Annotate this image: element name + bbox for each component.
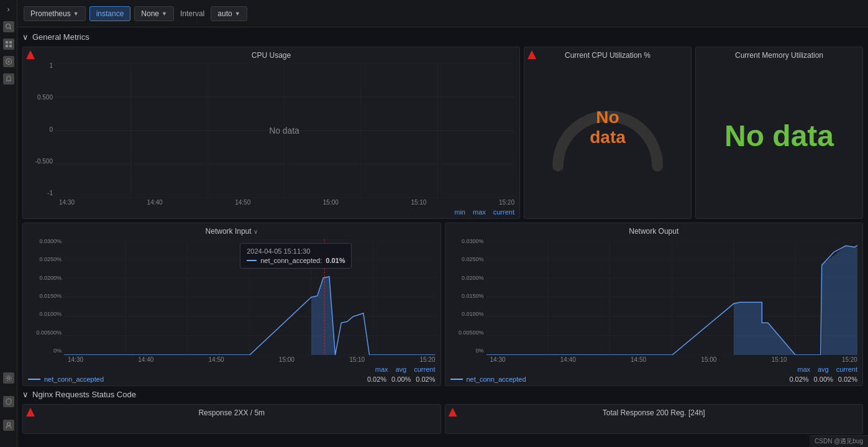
svg-marker-50 [821,246,857,355]
nginx-chevron: ∨ [22,390,29,399]
instance-button[interactable]: instance [89,6,131,21]
svg-rect-4 [6,45,8,47]
net-output-y-axis: 0.0300% 0.0250% 0.0200% 0.0150% 0.0100% … [445,237,484,355]
none-selector[interactable]: None ▼ [134,6,174,21]
general-metrics-row: CPU Usage 1 0.500 0 -0.500 -1 [22,47,863,219]
network-input-title: Network Input ∨ [23,223,441,237]
total-200-panel: Total Response 200 Reg. [24h] [445,404,864,434]
section-chevron: ∨ [22,32,29,42]
net-input-y-axis: 0.0300% 0.0250% 0.0200% 0.0150% 0.0100% … [23,237,62,355]
svg-point-10 [6,376,11,381]
network-output-panel: Network Ouput 0.0300% 0.0250% 0.0200% 0.… [445,223,864,386]
main-container: Prometheus ▼ instance None ▼ Interval au… [17,0,868,447]
nginx-header[interactable]: ∨ Nginx Requests Status Code [22,390,863,399]
net-input-legend: net_conn_accepted 0.02% 0.00% 0.02% [23,374,441,385]
net-avg-label: avg [396,366,407,373]
current-label: current [493,208,514,216]
search-icon[interactable] [3,21,14,32]
cpu-chart-footer: min max current [23,207,519,218]
auto-label: auto [217,9,232,18]
shield-icon[interactable] [3,396,14,407]
compass-icon[interactable] [3,56,14,67]
statusbar-text: CSDN @遇见bug [815,438,863,445]
svg-point-7 [7,61,9,63]
min-label: min [454,208,465,216]
datasource-selector[interactable]: Prometheus ▼ [24,6,86,21]
none-label: None [141,9,159,18]
nginx-section: ∨ Nginx Requests Status Code Response 2X… [22,390,863,434]
cpu-usage-panel: CPU Usage 1 0.500 0 -0.500 -1 [22,47,520,219]
response-2xx-title: Response 2XX / 5m [23,405,441,418]
network-row: Network Input ∨ 0.0300% 0.0250% 0.0200% … [22,223,863,386]
total-200-title: Total Response 200 Reg. [24h] [445,405,863,418]
network-output-title: Network Ouput [445,223,863,237]
cpu-utilization-panel: Current CPU Utilization % No data [524,47,692,219]
user-icon[interactable] [3,420,14,431]
topbar: Prometheus ▼ instance None ▼ Interval au… [17,0,868,27]
grid-icon[interactable] [3,39,14,50]
cpu-panel-title: CPU Usage [23,47,519,61]
svg-line-1 [9,28,11,30]
net-output-legend-icon [450,379,463,380]
svg-rect-3 [9,41,12,44]
sidebar: › [0,0,17,447]
sidebar-toggle[interactable]: › [7,5,10,14]
network-input-panel: Network Input ∨ 0.0300% 0.0250% 0.0200% … [22,223,441,386]
svg-marker-49 [734,302,795,355]
net-out-max-label: max [797,366,810,373]
memory-panel: Current Memory Utilization No data [695,47,863,219]
auto-selector[interactable]: auto ▼ [211,6,247,21]
net-output-legend: net_conn_accepted 0.02% 0.00% 0.02% [445,374,863,385]
statusbar: CSDN @遇见bug [810,435,868,447]
auto-caret: ▼ [235,11,240,17]
nginx-title: Nginx Requests Status Code [32,390,136,399]
svg-point-0 [6,24,10,29]
cpu-y-axis: 1 0.500 0 -0.500 -1 [23,61,53,198]
net-out-avg-label: avg [818,366,829,373]
net-output-chart-svg [487,239,858,355]
none-caret: ▼ [162,11,167,17]
net-output-legend-values: 0.02% 0.00% 0.02% [789,376,857,383]
net-max-label: max [375,366,388,373]
svg-point-9 [7,377,10,379]
svg-rect-2 [6,41,8,44]
net-input-footer: max avg current [23,364,441,374]
section-title: General Metrics [32,32,89,42]
content-area: ∨ General Metrics CPU Usage 1 0.500 0 -0… [17,27,868,447]
cpu-util-nodata: No data [577,108,639,147]
svg-marker-35 [311,277,336,355]
network-input-caret: ∨ [254,228,258,235]
cpu-chart-svg: No data [54,63,514,198]
cpu-util-gauge-area: No data [524,61,691,210]
legend-line-icon [28,379,40,380]
max-label: max [473,208,486,216]
gear-icon[interactable] [3,372,14,384]
svg-rect-5 [9,45,12,47]
net-output-footer: max avg current [445,364,863,374]
bell-icon[interactable] [3,73,14,85]
net-current-label: current [414,366,435,373]
svg-point-11 [7,423,10,426]
net-out-current-label: current [836,366,857,373]
datasource-label: Prometheus [30,9,71,18]
svg-text:No data: No data [269,126,299,136]
instance-label: instance [96,9,124,18]
cpu-util-title: Current CPU Utilization % [524,47,691,61]
interval-label: Interval [178,9,207,18]
memory-panel-title: Current Memory Utilization [696,47,862,61]
general-metrics-header[interactable]: ∨ General Metrics [22,32,863,42]
memory-nodata: No data [696,61,862,210]
datasource-caret: ▼ [73,11,79,17]
legend-values: 0.02% 0.00% 0.02% [367,376,436,383]
response-2xx-panel: Response 2XX / 5m [22,404,441,434]
net-input-chart-svg [64,239,436,355]
nginx-panels-row: Response 2XX / 5m Total Response 200 Reg… [22,404,863,434]
